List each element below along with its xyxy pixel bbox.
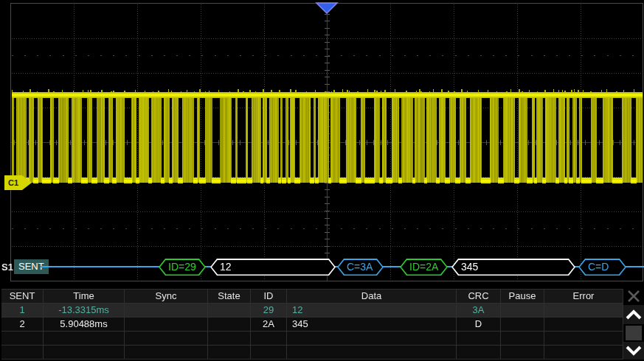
column-header-state: State [208, 290, 251, 303]
table-cell [501, 346, 544, 359]
table-cell [501, 332, 544, 345]
table-cell [208, 346, 251, 359]
decode-bus-label: S1 [1, 262, 13, 273]
table-cell [251, 346, 287, 359]
table-cell [44, 332, 125, 345]
table-row[interactable] [1, 346, 623, 360]
table-cell: 2A [251, 318, 287, 331]
waveform-canvas [0, 0, 644, 283]
table-cell [125, 304, 208, 317]
table-cell [125, 318, 208, 331]
table-cell [287, 332, 457, 345]
table-cell [544, 318, 623, 331]
column-header-id: ID [251, 290, 287, 303]
table-cell [125, 346, 208, 359]
table-header-row: SENTTimeSyncStateIDDataCRCPauseError [1, 289, 623, 304]
table-cell: 5.90488ms [44, 318, 125, 331]
table-cell [287, 346, 457, 359]
table-row[interactable]: 25.90488ms2A345D [1, 318, 623, 332]
column-header-pause: Pause [501, 290, 544, 303]
column-header-data: Data [287, 290, 457, 303]
decode-frame-crc: C=D [578, 259, 626, 276]
decode-frame-id: ID=2A [400, 259, 448, 276]
scrollbar-thumb[interactable] [626, 326, 642, 340]
column-header-time: Time [44, 290, 125, 303]
results-table: SENTTimeSyncStateIDDataCRCPauseError1-13… [1, 289, 623, 360]
scroll-up-button[interactable] [623, 305, 644, 324]
table-cell: 29 [251, 304, 287, 317]
column-header-error: Error [544, 290, 623, 303]
table-cell: 12 [287, 304, 457, 317]
column-header-crc: CRC [457, 290, 501, 303]
table-row[interactable]: 1-13.3315ms29123A [1, 304, 623, 318]
column-header-sent: SENT [1, 290, 44, 303]
table-cell: 2 [1, 318, 44, 331]
oscilloscope-screen: C1 S1 SENT ID=2912C=3AID=2A345C=D SENTTi… [0, 0, 644, 361]
decode-frame-data: 12 [210, 259, 336, 276]
table-cell: 345 [287, 318, 457, 331]
table-row[interactable] [1, 332, 623, 346]
column-header-sync: Sync [125, 290, 208, 303]
table-cell [457, 346, 501, 359]
close-results-button[interactable] [623, 289, 644, 304]
table-cell [1, 332, 44, 345]
chevron-up-icon [625, 309, 643, 320]
table-cell [501, 304, 544, 317]
table-cell: -13.3315ms [44, 304, 125, 317]
decode-frame-crc: C=3A [337, 259, 384, 276]
table-cell [544, 346, 623, 359]
table-cell [125, 332, 208, 345]
table-side-controls [623, 289, 644, 360]
table-cell [1, 346, 44, 359]
table-cell: 1 [1, 304, 44, 317]
table-cell [501, 318, 544, 331]
table-cell [251, 332, 287, 345]
table-cell [544, 332, 623, 345]
table-cell [44, 346, 125, 359]
table-cell: D [457, 318, 501, 331]
table-cell [208, 318, 251, 331]
table-cell: 3A [457, 304, 501, 317]
table-cell [544, 304, 623, 317]
table-cell [208, 304, 251, 317]
close-icon [624, 289, 643, 304]
scroll-down-button[interactable] [623, 342, 644, 360]
trigger-position-marker-icon[interactable] [315, 2, 339, 15]
table-cell [208, 332, 251, 345]
chevron-down-icon [625, 345, 643, 357]
decode-frame-data: 345 [451, 259, 575, 276]
table-cell [457, 332, 501, 345]
decode-frame-id: ID=29 [159, 259, 206, 276]
